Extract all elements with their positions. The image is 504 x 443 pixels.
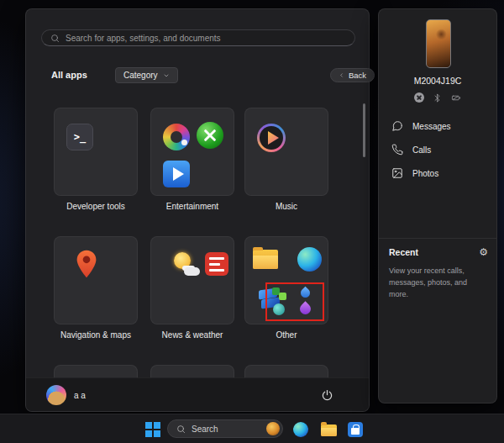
file-explorer-icon <box>321 425 337 436</box>
category-tile-navigation-maps[interactable] <box>54 236 138 324</box>
xbox-icon <box>197 122 223 149</box>
recent-title: Recent <box>389 247 418 257</box>
search-highlight-image <box>266 422 280 435</box>
taskbar-edge-button[interactable] <box>292 421 309 438</box>
phone-status-row <box>379 92 496 103</box>
annotation-highlight-box <box>265 282 324 321</box>
desktop: All apps Category Back >_ Developer tool… <box>0 0 504 443</box>
device-name-label: M2004J19C <box>379 76 496 86</box>
calls-label: Calls <box>412 145 431 155</box>
news-icon <box>205 252 228 276</box>
start-search-input[interactable] <box>66 34 346 43</box>
messages-icon <box>391 120 403 132</box>
category-dropdown[interactable]: Category <box>115 67 178 83</box>
recent-description: View your recent calls, messages, photos… <box>389 266 485 301</box>
photos-label: Photos <box>412 169 438 178</box>
search-icon <box>50 34 60 43</box>
category-label-other: Other <box>244 330 328 340</box>
edge-icon <box>293 422 308 437</box>
power-button[interactable] <box>317 385 337 405</box>
category-tile-entertainment[interactable] <box>150 108 234 196</box>
taskbar-search-box[interactable]: Search <box>167 419 283 438</box>
taskbar-store-button[interactable] <box>347 421 364 438</box>
phone-shortcut-photos[interactable]: Photos <box>386 162 490 184</box>
messages-label: Messages <box>412 122 451 131</box>
battery-icon <box>450 93 462 103</box>
taskbar-file-explorer-button[interactable] <box>320 421 337 438</box>
search-icon <box>176 425 186 434</box>
phone-shortcut-calls[interactable]: Calls <box>386 139 490 161</box>
calls-icon <box>391 144 403 156</box>
phone-screen-thumbnail[interactable] <box>426 19 451 68</box>
start-menu-panel: All apps Category Back >_ Developer tool… <box>25 8 370 412</box>
start-scrollbar[interactable] <box>363 103 365 157</box>
category-tile-music[interactable] <box>244 108 328 196</box>
user-avatar <box>46 385 66 405</box>
phone-panel-divider <box>379 238 496 239</box>
edge-icon <box>297 247 322 272</box>
movies-tv-icon <box>163 161 190 187</box>
category-label-music: Music <box>244 202 328 211</box>
all-apps-header: All apps Category Back <box>51 67 359 84</box>
category-label-entertainment: Entertainment <box>150 202 234 211</box>
disconnected-icon <box>414 92 424 103</box>
power-icon <box>321 389 333 402</box>
category-tile-developer-tools[interactable]: >_ <box>54 108 138 196</box>
microsoft-store-icon <box>348 422 363 437</box>
back-button[interactable]: Back <box>330 68 375 82</box>
category-label-navigation-maps: Navigation & maps <box>54 330 138 340</box>
phone-link-panel: M2004J19C Messages Calls <box>378 8 497 403</box>
chevron-left-icon <box>339 72 344 78</box>
start-search-bar[interactable] <box>41 29 355 46</box>
paint-icon <box>163 124 190 150</box>
terminal-prompt-glyph: >_ <box>74 131 86 143</box>
back-button-label: Back <box>349 71 366 80</box>
chevron-down-icon <box>163 72 170 79</box>
category-label-news-weather: News & weather <box>150 330 234 340</box>
recent-settings-gear-icon[interactable]: ⚙ <box>479 247 488 257</box>
windows-logo-icon <box>145 422 160 437</box>
phone-shortcut-messages[interactable]: Messages <box>386 115 490 137</box>
taskbar-search-label: Search <box>192 425 260 434</box>
user-name-label: a a <box>74 391 86 400</box>
start-user-bar: a a <box>26 377 369 411</box>
recent-header: Recent ⚙ <box>389 245 488 259</box>
photos-icon <box>391 167 403 179</box>
media-player-icon <box>257 124 286 152</box>
all-apps-label: All apps <box>51 70 87 80</box>
category-dropdown-label: Category <box>123 71 158 80</box>
bluetooth-icon <box>433 92 442 103</box>
category-label-developer-tools: Developer tools <box>54 202 138 211</box>
category-tile-news-weather[interactable] <box>150 236 234 324</box>
terminal-icon: >_ <box>66 124 93 150</box>
weather-icon <box>173 251 200 278</box>
taskbar: Search <box>0 414 504 443</box>
map-pin-icon <box>76 248 97 280</box>
folder-icon <box>253 250 278 269</box>
start-button[interactable] <box>144 421 161 438</box>
user-profile-button[interactable]: a a <box>46 385 86 405</box>
